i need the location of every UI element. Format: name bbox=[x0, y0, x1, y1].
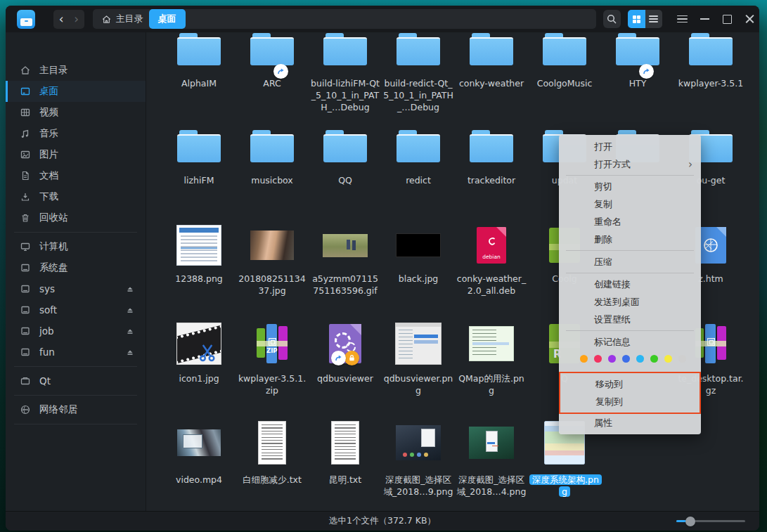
tag-color-dot[interactable] bbox=[650, 355, 658, 363]
menu-item-open[interactable]: 打开 bbox=[559, 138, 701, 155]
file-item[interactable]: ARC bbox=[236, 32, 309, 113]
view-toggle bbox=[628, 10, 662, 28]
tag-color-dot[interactable] bbox=[664, 355, 672, 363]
file-item[interactable]: build-lizhiFM-Qt_5_10_1_in_PATH_…Debug bbox=[309, 32, 382, 113]
sidebar-item-desktop[interactable]: 桌面 bbox=[6, 81, 146, 102]
minimize-button[interactable] bbox=[695, 9, 714, 29]
tag-color-dot[interactable] bbox=[636, 355, 644, 363]
file-item[interactable]: trackeditor bbox=[455, 129, 528, 186]
file-item[interactable]: black.jpg bbox=[382, 219, 455, 297]
file-item[interactable]: QMap的用法.png bbox=[455, 316, 528, 396]
file-item[interactable]: video.mp4 bbox=[162, 413, 236, 498]
file-item[interactable]: CoolgoMusic bbox=[528, 32, 601, 113]
image-thumbnail bbox=[176, 225, 221, 266]
back-button[interactable]: ‹ bbox=[53, 10, 69, 29]
sidebar-item-qt[interactable]: Qt bbox=[6, 370, 146, 391]
menu-item-properties[interactable]: 属性 bbox=[559, 414, 701, 432]
sidebar-item-documents[interactable]: 文档 bbox=[6, 165, 146, 186]
sidebar-item-computer[interactable]: 计算机 bbox=[6, 236, 146, 257]
file-label: 白细胞减少.txt bbox=[243, 474, 302, 486]
file-item[interactable]: redict bbox=[382, 129, 455, 186]
file-item[interactable]: QQ bbox=[309, 129, 382, 186]
icon-size-slider[interactable] bbox=[676, 520, 745, 522]
menu-item-open-with[interactable]: 打开方式› bbox=[559, 155, 701, 173]
sidebar-item-fun[interactable]: fun bbox=[6, 342, 146, 363]
sidebar-item-videos[interactable]: 视频 bbox=[6, 102, 146, 123]
file-item[interactable]: icon1.jpg bbox=[162, 316, 236, 396]
sidebar-item-home[interactable]: 主目录 bbox=[6, 60, 146, 81]
search-button[interactable] bbox=[603, 10, 621, 28]
file-item[interactable]: qdbusviewer bbox=[309, 316, 382, 396]
menu-divider bbox=[566, 273, 694, 273]
sidebar-item-soft[interactable]: soft bbox=[6, 299, 146, 320]
file-item[interactable]: conky-weather bbox=[455, 32, 528, 113]
eject-icon[interactable] bbox=[124, 325, 136, 337]
file-label: qdbusviewer bbox=[317, 372, 373, 384]
menu-item-copy-to[interactable]: 复制到 bbox=[560, 393, 700, 410]
file-item[interactable]: 深度截图_选择区域_2018…9.png bbox=[382, 413, 455, 498]
breadcrumb-current-tab[interactable]: 桌面 bbox=[149, 9, 186, 29]
menu-item-move-to[interactable]: 移动到 bbox=[560, 375, 700, 393]
sidebar-item-music[interactable]: 音乐 bbox=[6, 123, 146, 144]
image-thumbnail bbox=[323, 234, 368, 257]
eject-icon[interactable] bbox=[124, 283, 136, 294]
file-item[interactable]: build-redict-Qt_5_10_1_in_PATH_…Debug bbox=[382, 32, 455, 113]
menu-item-copy[interactable]: 复制 bbox=[559, 195, 701, 213]
file-item[interactable]: debian conky-weather_2.0_all.deb bbox=[455, 219, 528, 297]
file-item[interactable]: 深度截图_选择区域_2018…4.png bbox=[455, 413, 528, 498]
menu-item-delete[interactable]: 删除 bbox=[559, 231, 701, 248]
maximize-button[interactable] bbox=[717, 9, 737, 29]
close-icon bbox=[745, 15, 754, 24]
file-item[interactable]: lizhiFM bbox=[162, 129, 236, 186]
tag-color-dot[interactable] bbox=[622, 355, 630, 363]
breadcrumb-bar[interactable]: 主目录 桌面 bbox=[93, 9, 596, 29]
file-item[interactable]: 白细胞减少.txt bbox=[236, 413, 309, 498]
menu-item-tag-info[interactable]: 标记信息 bbox=[559, 333, 701, 351]
tag-color-dot[interactable] bbox=[608, 355, 616, 363]
menu-button[interactable] bbox=[672, 9, 692, 29]
file-item[interactable]: ZIP kwplayer-3.5.1.zip bbox=[236, 316, 309, 396]
desktop-icon bbox=[20, 86, 31, 97]
close-button[interactable] bbox=[740, 9, 759, 29]
sidebar-item-label: job bbox=[39, 325, 54, 337]
trash-icon bbox=[20, 212, 31, 223]
app-icon bbox=[17, 10, 35, 29]
eject-icon[interactable] bbox=[124, 346, 136, 358]
folder-icon bbox=[397, 33, 440, 65]
file-item[interactable]: a5yzmm07115751163596.gif bbox=[309, 219, 382, 297]
menu-item-send-to-desktop[interactable]: 发送到桌面 bbox=[559, 293, 701, 311]
file-item[interactable]: 12388.png bbox=[162, 219, 236, 297]
file-item[interactable]: 20180825113437.jpg bbox=[236, 219, 309, 297]
file-item[interactable]: HTY bbox=[601, 32, 674, 113]
menu-item-set-wallpaper[interactable]: 设置壁纸 bbox=[559, 311, 701, 328]
file-item[interactable]: kwplayer-3.5.1 bbox=[674, 32, 747, 113]
list-view-button[interactable] bbox=[645, 10, 662, 28]
slider-knob[interactable] bbox=[685, 517, 695, 526]
sidebar-item-network[interactable]: 网络邻居 bbox=[6, 399, 146, 420]
sidebar-item-downloads[interactable]: 下载 bbox=[6, 186, 146, 207]
tag-color-dot[interactable] bbox=[580, 355, 588, 363]
file-item[interactable]: AlphaIM bbox=[162, 32, 236, 113]
grid-view-button[interactable] bbox=[628, 10, 645, 28]
sidebar-item-job[interactable]: job bbox=[6, 320, 146, 342]
sidebar-item-trash[interactable]: 回收站 bbox=[6, 207, 146, 228]
file-item[interactable]: qdbusviewer.png bbox=[382, 316, 455, 396]
file-label: kwplayer-3.5.1 bbox=[678, 77, 743, 89]
sidebar-item-sys[interactable]: sys bbox=[6, 278, 146, 299]
sidebar-item-pictures[interactable]: 图片 bbox=[6, 144, 146, 165]
home-icon bbox=[101, 14, 112, 25]
menu-item-rename[interactable]: 重命名 bbox=[559, 213, 701, 231]
sidebar-item-system-disk[interactable]: 系统盘 bbox=[6, 257, 146, 278]
file-grid-row: AlphaIM ARC build-lizhiFM-Qt_5_10_1_in_P… bbox=[162, 32, 747, 113]
tag-color-dot[interactable] bbox=[678, 355, 686, 363]
disk-icon bbox=[20, 283, 31, 294]
tag-color-dot[interactable] bbox=[594, 355, 602, 363]
file-item[interactable]: musicbox bbox=[236, 129, 309, 186]
forward-button[interactable]: › bbox=[69, 10, 84, 29]
menu-item-compress[interactable]: 压缩 bbox=[559, 253, 701, 271]
eject-icon[interactable] bbox=[124, 304, 136, 316]
file-item[interactable]: 昆明.txt bbox=[309, 413, 382, 498]
menu-item-cut[interactable]: 剪切 bbox=[559, 178, 701, 195]
breadcrumb-home[interactable]: 主目录 bbox=[96, 13, 149, 25]
menu-item-create-link[interactable]: 创建链接 bbox=[559, 275, 701, 293]
